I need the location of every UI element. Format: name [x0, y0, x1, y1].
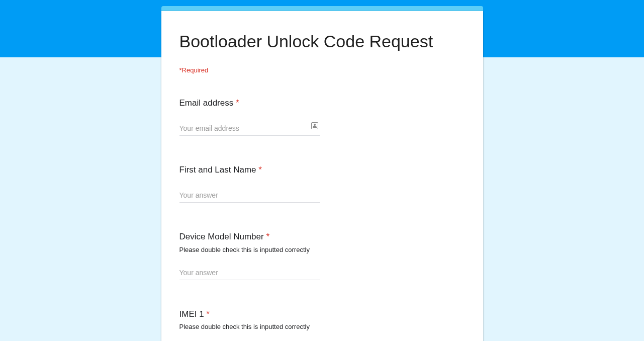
question-device-model: Device Model Number * Please double chec…: [179, 231, 465, 280]
required-asterisk: *: [266, 232, 269, 241]
question-name: First and Last Name *: [179, 164, 465, 203]
label-text: First and Last Name: [179, 165, 259, 175]
contact-card-icon[interactable]: [311, 122, 318, 129]
required-label: *Required: [179, 66, 465, 74]
label-text: IMEI 1: [179, 309, 207, 319]
required-asterisk: *: [206, 309, 210, 319]
required-asterisk: *: [258, 165, 262, 175]
card-top-stripe: [161, 6, 483, 11]
question-label: IMEI 1 *: [179, 308, 465, 320]
form-card-wrap: Bootloader Unlock Code Request *Required…: [161, 0, 483, 341]
required-asterisk: *: [236, 98, 239, 108]
question-email: Email address *: [179, 97, 465, 136]
label-text: Device Model Number: [179, 232, 266, 241]
question-label: First and Last Name *: [179, 164, 465, 176]
device-model-input[interactable]: [179, 267, 320, 280]
name-input[interactable]: [179, 189, 320, 203]
input-row: [179, 122, 320, 136]
form-title: Bootloader Unlock Code Request: [179, 30, 465, 52]
form-card: Bootloader Unlock Code Request *Required…: [161, 11, 483, 341]
question-label: Device Model Number *: [179, 231, 465, 243]
question-help: Please double check this is inputted cor…: [179, 323, 465, 330]
question-label: Email address *: [179, 97, 465, 109]
question-imei1: IMEI 1 * Please double check this is inp…: [179, 308, 465, 341]
label-text: Email address: [179, 98, 236, 108]
email-input[interactable]: [179, 122, 320, 136]
input-row: [179, 189, 320, 203]
input-row: [179, 267, 320, 280]
question-help: Please double check this is inputted cor…: [179, 246, 465, 253]
